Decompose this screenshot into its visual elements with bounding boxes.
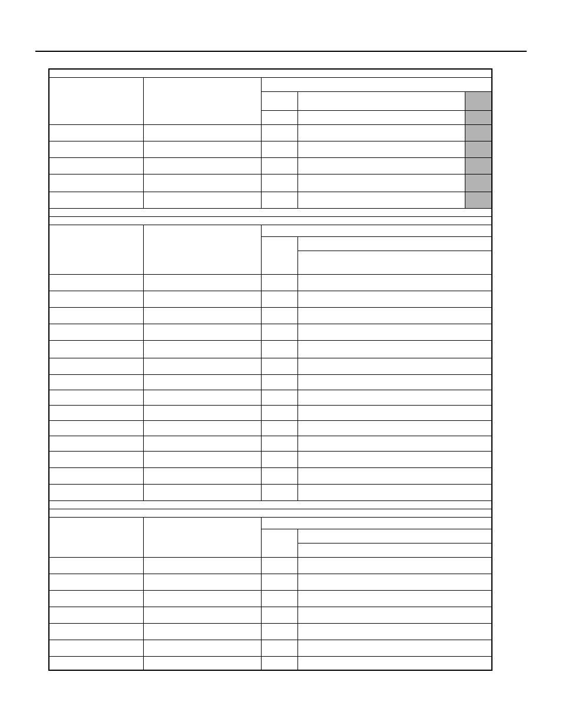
cell bbox=[143, 467, 261, 484]
cell bbox=[49, 484, 143, 500]
cell-shaded bbox=[465, 141, 492, 157]
cell bbox=[261, 451, 297, 467]
cell bbox=[297, 436, 492, 451]
block1-right-band bbox=[261, 77, 492, 91]
cell bbox=[297, 557, 492, 574]
cell bbox=[297, 236, 492, 251]
cell bbox=[143, 436, 261, 451]
cell bbox=[261, 640, 297, 656]
cell bbox=[49, 358, 143, 374]
cell bbox=[261, 307, 297, 324]
block3-right-band bbox=[261, 517, 492, 529]
cell bbox=[297, 110, 465, 124]
cell bbox=[297, 640, 492, 656]
block1-left-b bbox=[143, 77, 261, 124]
cell bbox=[49, 574, 143, 590]
cell bbox=[49, 590, 143, 607]
cell bbox=[143, 324, 261, 340]
cell bbox=[297, 291, 492, 307]
cell bbox=[261, 324, 297, 340]
cell bbox=[261, 656, 297, 670]
block3-left-b bbox=[143, 517, 261, 557]
cell bbox=[143, 484, 261, 500]
block2-left-b bbox=[143, 225, 261, 274]
cell bbox=[49, 656, 143, 670]
cell bbox=[49, 141, 143, 157]
cell bbox=[143, 420, 261, 436]
cell bbox=[297, 324, 492, 340]
cell-shaded bbox=[465, 192, 492, 208]
cell bbox=[143, 640, 261, 656]
cell bbox=[261, 590, 297, 607]
cell bbox=[49, 607, 143, 623]
block2-top-band bbox=[49, 216, 492, 225]
cell bbox=[143, 623, 261, 640]
cell bbox=[297, 543, 492, 557]
header-rule bbox=[35, 51, 527, 52]
cell bbox=[261, 467, 297, 484]
cell bbox=[261, 174, 297, 192]
cell bbox=[297, 467, 492, 484]
cell bbox=[297, 307, 492, 324]
cell bbox=[49, 640, 143, 656]
cell bbox=[261, 141, 297, 157]
cell bbox=[261, 274, 297, 291]
cell bbox=[297, 529, 492, 543]
cell bbox=[49, 324, 143, 340]
cell bbox=[49, 436, 143, 451]
cell bbox=[49, 623, 143, 640]
cell bbox=[297, 340, 492, 358]
cell bbox=[49, 157, 143, 174]
cell bbox=[143, 590, 261, 607]
cell bbox=[143, 607, 261, 623]
cell bbox=[143, 340, 261, 358]
block3-top-band bbox=[49, 509, 492, 517]
cell bbox=[261, 374, 297, 390]
cell bbox=[297, 157, 465, 174]
cell bbox=[297, 590, 492, 607]
cell bbox=[297, 141, 465, 157]
cell bbox=[297, 390, 492, 405]
cell bbox=[297, 358, 492, 374]
table-container bbox=[48, 68, 492, 671]
cell bbox=[49, 467, 143, 484]
cell bbox=[49, 174, 143, 192]
block1-top-band bbox=[49, 69, 492, 77]
cell bbox=[49, 390, 143, 405]
cell bbox=[261, 623, 297, 640]
cell-shaded bbox=[465, 157, 492, 174]
cell bbox=[143, 656, 261, 670]
cell bbox=[297, 124, 465, 141]
data-table bbox=[48, 68, 492, 671]
cell bbox=[143, 307, 261, 324]
cell bbox=[261, 390, 297, 405]
cell bbox=[49, 405, 143, 420]
cell bbox=[297, 451, 492, 467]
cell bbox=[297, 192, 465, 208]
cell-shaded bbox=[465, 174, 492, 192]
cell bbox=[261, 91, 297, 110]
cell bbox=[297, 274, 492, 291]
cell bbox=[297, 574, 492, 590]
cell bbox=[143, 574, 261, 590]
cell-shaded bbox=[465, 110, 492, 124]
cell bbox=[297, 420, 492, 436]
cell bbox=[49, 451, 143, 467]
cell bbox=[143, 405, 261, 420]
cell bbox=[261, 124, 297, 141]
cell bbox=[143, 274, 261, 291]
cell bbox=[261, 291, 297, 307]
cell bbox=[261, 405, 297, 420]
cell bbox=[297, 405, 492, 420]
cell bbox=[261, 358, 297, 374]
cell bbox=[49, 274, 143, 291]
cell bbox=[261, 529, 297, 557]
cell bbox=[143, 291, 261, 307]
cell bbox=[143, 174, 261, 192]
cell bbox=[143, 141, 261, 157]
cell bbox=[297, 174, 465, 192]
block-gap-1 bbox=[49, 208, 492, 216]
cell bbox=[297, 607, 492, 623]
cell bbox=[49, 291, 143, 307]
cell bbox=[49, 192, 143, 208]
